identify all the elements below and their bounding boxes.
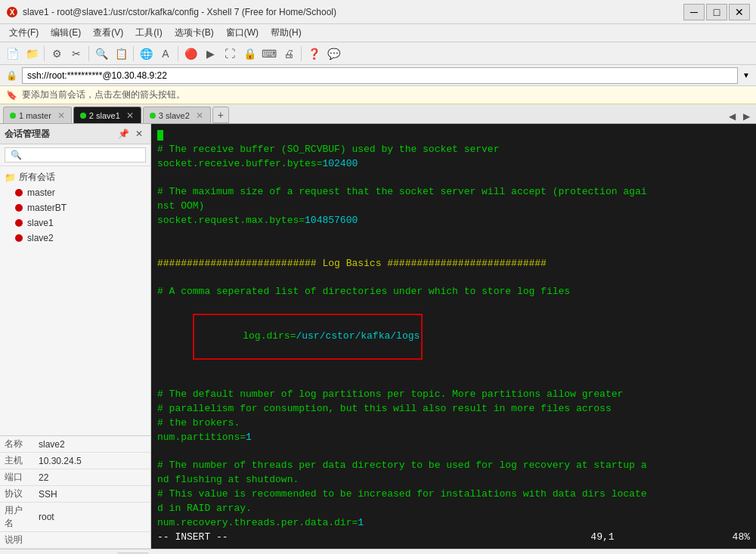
toolbar-btn-7[interactable]: 🔴	[181, 45, 200, 63]
prop-value-username: root	[34, 503, 150, 532]
highlighted-logdirs: log.dirs=/usr/cstor/kafka/logs	[193, 314, 423, 360]
prop-row-username: 用户名 root	[0, 503, 150, 532]
prop-value-protocol: SSH	[34, 486, 150, 503]
toolbar-btn-5[interactable]: 🌐	[137, 45, 155, 63]
prop-value-port: 22	[34, 469, 150, 486]
new-session-button[interactable]: 📄	[3, 45, 21, 63]
prop-value-name: slave2	[34, 436, 150, 453]
folder-icon: 📁	[5, 172, 16, 183]
term-line-17: nd flushing at shutdown.	[157, 473, 750, 487]
term-line-12: # The default number of log partitions p…	[157, 388, 750, 402]
address-bar: 🔒 ▼	[0, 65, 756, 86]
minimize-button[interactable]: ─	[683, 4, 705, 20]
toolbar-sep-1	[44, 46, 45, 61]
menu-help[interactable]: 帮助(H)	[265, 25, 308, 41]
close-button[interactable]: ✕	[729, 4, 750, 20]
tab-slave2[interactable]: 3 slave2 ✕	[143, 107, 211, 123]
term-status-line: -- INSERT -- 49,1 48%	[157, 531, 750, 545]
session-label-masterbt: masterBT	[27, 203, 67, 213]
session-dot-master	[15, 189, 23, 197]
toolbar-btn-3[interactable]: 🔍	[92, 45, 110, 63]
menu-file[interactable]: 文件(F)	[3, 25, 45, 41]
cursor-position: 49,1 48%	[590, 531, 750, 545]
properties-table: 名称 slave2 主机 10.30.24.5 端口 22 协议 SSH 用户名	[0, 436, 150, 549]
menu-view[interactable]: 查看(V)	[87, 25, 129, 41]
session-dot-slave1	[15, 219, 23, 227]
toolbar-btn-14[interactable]: 💬	[324, 45, 342, 63]
term-line-5: nst OOM)	[157, 200, 750, 214]
prop-row-desc: 说明	[0, 532, 150, 549]
tab-dot-master	[10, 113, 16, 119]
menu-tools[interactable]: 工具(I)	[129, 25, 168, 41]
term-line-4: # The maximum size of a request that the…	[157, 185, 750, 200]
prop-row-name: 名称 slave2	[0, 436, 150, 453]
svg-text:X: X	[10, 8, 15, 17]
session-dot-slave2	[15, 234, 23, 242]
terminal[interactable]: # The receive buffer (SO_RCVBUF) used by…	[151, 124, 756, 549]
term-line-13: # parallelism for consumption, but this …	[157, 402, 750, 416]
maximize-button[interactable]: □	[706, 4, 727, 20]
notification-bar: 🔖 要添加当前会话，点击左侧的箭头按钮。	[0, 86, 756, 104]
sidebar: 会话管理器 📌 ✕ 🔍 📁 所有会话 master masterBT	[0, 124, 151, 549]
toolbar-sep-4	[178, 46, 178, 61]
prop-label-port: 端口	[0, 469, 34, 486]
prop-row-protocol: 协议 SSH	[0, 486, 150, 503]
sidebar-close-button[interactable]: ✕	[132, 127, 146, 141]
tab-next-button[interactable]: ▶	[740, 110, 753, 123]
session-item-slave2[interactable]: slave2	[0, 231, 150, 246]
tab-label-slave1: 2 slave1	[89, 111, 120, 120]
session-label-slave1: slave1	[27, 218, 54, 228]
toolbar-btn-11[interactable]: ⌨	[260, 45, 278, 63]
toolbar-btn-4[interactable]: 📋	[112, 45, 130, 63]
prop-value-host: 10.30.24.5	[34, 453, 150, 469]
tree-root-all-sessions[interactable]: 📁 所有会话	[0, 169, 150, 185]
address-input[interactable]	[22, 67, 738, 84]
tab-label-master: 1 master	[19, 111, 51, 120]
menu-edit[interactable]: 编辑(E)	[45, 25, 87, 41]
toolbar-btn-13[interactable]: ❓	[305, 45, 323, 63]
status-bar: ssh://root@10.30.48.9:22 SSH2 xterm ⌞ 83…	[0, 549, 756, 554]
session-dot-masterbt	[15, 204, 23, 212]
settings-button[interactable]: ⚙	[48, 45, 66, 63]
tab-slave1[interactable]: 2 slave1 ✕	[73, 107, 141, 123]
search-input[interactable]	[5, 147, 146, 162]
term-line-16: # The number of threads per data directo…	[157, 459, 750, 473]
toolbar-btn-12[interactable]: 🖨	[280, 45, 298, 63]
open-button[interactable]: 📁	[23, 45, 41, 63]
toolbar-btn-10[interactable]: 🔒	[240, 45, 259, 63]
prop-row-host: 主机 10.30.24.5	[0, 453, 150, 469]
new-tab-button[interactable]: +	[212, 107, 229, 123]
app-icon: X	[6, 6, 18, 18]
toolbar-btn-8[interactable]: ▶	[201, 45, 219, 63]
session-item-master[interactable]: master	[0, 185, 150, 200]
prop-label-username: 用户名	[0, 503, 34, 532]
tab-close-master[interactable]: ✕	[57, 110, 65, 121]
session-label-master: master	[27, 187, 55, 198]
toolbar-btn-9[interactable]: ⛶	[221, 45, 239, 63]
toolbar-btn-6[interactable]: A	[156, 45, 175, 63]
menu-tabs[interactable]: 选项卡(B)	[169, 25, 220, 41]
address-dropdown-button[interactable]: ▼	[742, 71, 750, 79]
cursor	[157, 130, 163, 141]
term-line-9	[157, 271, 750, 285]
menu-window[interactable]: 窗口(W)	[220, 25, 265, 41]
window-controls: ─ □ ✕	[683, 4, 750, 20]
toolbar-sep-5	[301, 46, 302, 61]
tab-close-slave1[interactable]: ✕	[126, 110, 134, 121]
insert-mode-indicator: -- INSERT --	[157, 531, 228, 545]
sidebar-pin-button[interactable]: 📌	[115, 127, 132, 141]
tab-prev-button[interactable]: ◀	[726, 110, 739, 123]
prop-label-host: 主机	[0, 453, 34, 469]
term-line-19: d in RAID array.	[157, 502, 750, 516]
tab-label-slave2: 3 slave2	[159, 111, 190, 120]
session-item-masterbt[interactable]: masterBT	[0, 200, 150, 215]
term-line-6: socket.request.max.bytes=104857600	[157, 214, 750, 228]
session-label-slave2: slave2	[27, 233, 54, 243]
term-line-8	[157, 243, 750, 257]
menu-bar: 文件(F) 编辑(E) 查看(V) 工具(I) 选项卡(B) 窗口(W) 帮助(…	[0, 24, 756, 42]
tab-close-slave2[interactable]: ✕	[196, 110, 203, 121]
tab-master[interactable]: 1 master ✕	[3, 107, 72, 123]
session-item-slave1[interactable]: slave1	[0, 215, 150, 231]
toolbar: 📄 📁 ⚙ ✂ 🔍 📋 🌐 A 🔴 ▶ ⛶ 🔒 ⌨ 🖨 ❓ 💬	[0, 42, 756, 65]
toolbar-btn-2[interactable]: ✂	[67, 45, 85, 63]
